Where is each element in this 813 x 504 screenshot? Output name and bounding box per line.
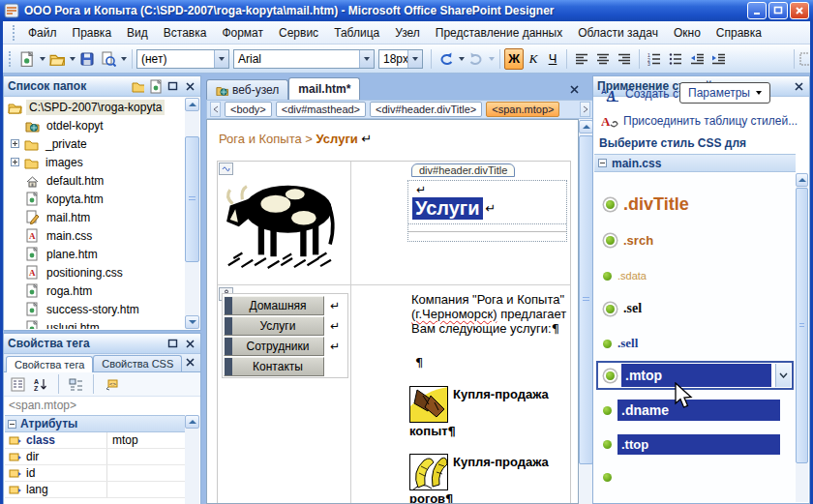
undo-dropdown[interactable] — [457, 48, 466, 70]
design-view[interactable]: Рога и Копыта > Услуги ↵ — [206, 119, 579, 504]
tab-web-site[interactable]: веб-узел — [206, 79, 288, 100]
scroll-down-arrow[interactable] — [185, 315, 199, 329]
show-set-properties-button[interactable] — [66, 374, 86, 395]
attribute-row-class[interactable]: class mtop — [5, 432, 185, 449]
scroll-thumb[interactable] — [185, 136, 199, 262]
tree-item-otdel-kopyt[interactable]: otdel-kopyt — [5, 116, 185, 134]
redo-dropdown[interactable] — [487, 48, 496, 70]
menu-edit[interactable]: Правка — [65, 23, 120, 43]
categorized-view-button[interactable] — [8, 374, 28, 395]
expand-icon[interactable] — [11, 158, 19, 166]
menu-insert[interactable]: Вставка — [156, 23, 215, 43]
numbered-list-button[interactable]: 123 — [644, 48, 665, 70]
style-combo-arrow[interactable] — [214, 50, 228, 68]
scroll-up-arrow[interactable] — [185, 415, 199, 429]
menu-tools[interactable]: Сервис — [271, 23, 326, 43]
scroll-thumb[interactable] — [579, 135, 593, 464]
attribute-value[interactable]: mtop — [107, 433, 185, 447]
close-button[interactable] — [790, 2, 809, 19]
folder-panel-close-button[interactable] — [184, 80, 196, 93]
new-folder-button[interactable] — [132, 80, 144, 93]
new-document-dropdown[interactable] — [38, 48, 46, 70]
open-button[interactable] — [46, 48, 68, 70]
increase-indent-button[interactable] — [708, 48, 729, 70]
tag-properties-scrollbar[interactable] — [185, 415, 199, 504]
font-combo-arrow[interactable] — [359, 50, 374, 68]
undo-button[interactable] — [436, 48, 457, 70]
style-item-sdata[interactable]: .sdata — [594, 270, 796, 282]
menu-data-view[interactable]: Представление данных — [428, 23, 570, 43]
style-dropdown-arrow[interactable] — [775, 364, 791, 387]
tab-css-properties[interactable]: Свойства CSS — [93, 355, 182, 371]
style-item-mtop-selected[interactable]: .mtop — [596, 361, 794, 390]
preview-button[interactable] — [98, 48, 119, 70]
style-item-ttop[interactable]: .ttop — [594, 434, 796, 455]
service-item-horns[interactable]: Купля-продажа рогов¶ — [409, 454, 562, 504]
menu-table[interactable]: Таблица — [326, 23, 387, 43]
tag-panel-float-button[interactable] — [166, 338, 179, 350]
open-dropdown[interactable] — [68, 48, 76, 70]
style-item-dname[interactable]: .dname — [594, 400, 796, 421]
tag-scroll-right[interactable] — [580, 102, 590, 117]
menu-view[interactable]: Вид — [119, 23, 156, 43]
style-item-sell[interactable]: .sell — [594, 336, 796, 351]
nav-button-services[interactable]: Услуги — [224, 316, 324, 336]
save-button[interactable] — [76, 48, 98, 70]
layout-cell-marker-icon[interactable] — [219, 163, 233, 175]
nav-button-contacts[interactable]: Контакты — [224, 357, 324, 376]
tree-item-plane-htm[interactable]: plane.htm — [5, 245, 185, 263]
tree-item-root[interactable]: C:\SPD-2007\roga-kopyta — [5, 98, 185, 116]
style-item-sel[interactable]: .sel — [594, 301, 796, 316]
expand-icon[interactable] — [11, 139, 19, 148]
new-page-button[interactable] — [149, 80, 162, 93]
style-item-srch[interactable]: .srch — [594, 233, 796, 248]
folder-list-scrollbar[interactable] — [185, 98, 199, 329]
underline-button[interactable]: Ч — [543, 48, 562, 70]
align-left-button[interactable] — [571, 48, 592, 70]
style-combo[interactable]: (нет) — [136, 49, 229, 69]
header-div-tag-label[interactable]: div#header.divTitle — [411, 163, 515, 177]
menu-file[interactable]: Файл — [20, 23, 65, 43]
menu-task-panes[interactable]: Области задач — [570, 23, 666, 43]
menu-window[interactable]: Окно — [666, 23, 708, 43]
scroll-thumb[interactable] — [796, 188, 808, 463]
redo-button[interactable] — [466, 48, 487, 70]
tree-item-success-story-htm[interactable]: success-story.htm — [5, 300, 185, 318]
tree-item-images[interactable]: images — [5, 153, 185, 171]
scroll-up-arrow[interactable] — [579, 120, 593, 133]
alphabetical-sort-button[interactable]: AZ — [31, 374, 51, 395]
table-cell-nav[interactable]: Домашняя↵ Услуги↵ Сотрудники↵ Контакты — [218, 285, 351, 504]
bullet-list-button[interactable] — [665, 48, 686, 70]
attributes-section-header[interactable]: Атрибуты — [5, 415, 185, 432]
tag-editor-button[interactable]: <> — [101, 374, 121, 395]
nav-button-home[interactable]: Домашняя — [224, 296, 324, 315]
editor-close-icon[interactable] — [568, 83, 581, 96]
new-document-button[interactable] — [16, 48, 38, 70]
tree-item-default-htm[interactable]: default.htm — [5, 171, 185, 190]
maximize-button[interactable] — [768, 2, 788, 19]
font-combo[interactable]: Arial — [233, 49, 375, 69]
size-combo-arrow[interactable] — [407, 50, 422, 68]
service-item-hooves[interactable]: Купля-продажа копыт¶ — [409, 386, 562, 439]
attribute-row-id[interactable]: id — [5, 465, 185, 482]
bold-button[interactable]: Ж — [504, 48, 524, 70]
attribute-row-dir[interactable]: dir — [5, 449, 185, 465]
tag-scroll-left[interactable] — [210, 102, 221, 117]
folder-panel-float-button[interactable] — [166, 80, 179, 93]
style-item-blank[interactable] — [594, 473, 796, 482]
attribute-row-lang[interactable]: lang — [5, 482, 185, 498]
collapse-icon[interactable] — [8, 420, 16, 429]
menu-site[interactable]: Узел — [387, 23, 428, 43]
tree-item-mail-htm[interactable]: mail.htm — [5, 208, 185, 226]
nav-button-staff[interactable]: Сотрудники — [224, 337, 324, 356]
cow-image[interactable] — [218, 162, 349, 280]
tree-item-positioning-css[interactable]: positioning.css — [5, 263, 185, 282]
table-cell-header[interactable]: div#header.divTitle ↵ Услуги ↵ — [351, 162, 570, 285]
table-cell-content[interactable]: Компания "Рога и Копыта" (г.Черноморск) … — [351, 285, 570, 504]
tree-item-uslugi-htm[interactable]: uslugi.htm — [5, 318, 185, 329]
tag-chip-body[interactable]: <body> — [225, 102, 272, 117]
borders-button[interactable] — [798, 48, 810, 70]
preview-dropdown[interactable] — [119, 48, 128, 70]
style-item-divtitle[interactable]: .divTitle — [594, 194, 796, 215]
tag-panel-close-button[interactable] — [184, 338, 196, 350]
